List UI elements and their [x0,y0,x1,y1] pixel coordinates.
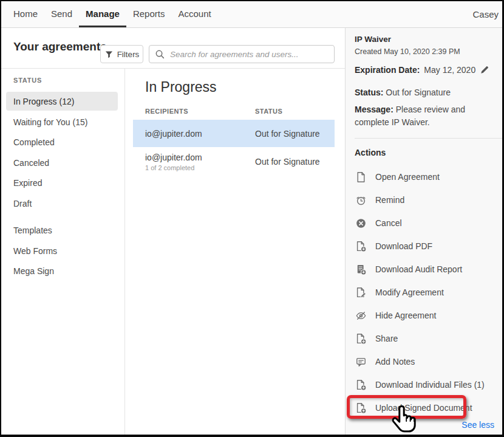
download-pdf-icon [355,241,367,252]
action-download-individual-files[interactable]: Download Individual Files (1) [346,373,502,396]
actions-heading: Actions [355,148,386,157]
table-row[interactable]: io@jupiter.dom 1 of 2 completed Out for … [133,147,335,176]
sidebar-section-label: STATUS [13,77,42,84]
search-input[interactable] [169,49,329,60]
top-nav: Home Send Manage Reports Account Casey [1,1,502,28]
action-label: Share [375,334,398,343]
agreement-detail-panel: IP Waiver Created May 10, 2020 2:39 PM E… [345,28,502,435]
action-hide-agreement[interactable]: Hide Agreement [346,304,502,327]
row-status: Out for Signature [255,129,320,139]
user-menu[interactable]: Casey [472,1,499,27]
search-icon [155,49,165,59]
action-label: Modify Agreement [375,287,444,297]
action-label: Download PDF [375,241,432,251]
filter-funnel-icon [104,50,114,59]
recipient-email: io@jupiter.dom [145,129,255,139]
actions-list: Open Agreement Remind Cancel [346,165,502,419]
column-header-status: STATUS [255,108,282,115]
hide-agreement-icon [355,310,367,322]
action-download-pdf[interactable]: Download PDF [346,235,502,258]
action-share[interactable]: Share [346,327,502,350]
sidebar-item-draft[interactable]: Draft [1,193,124,214]
sidebar-item-waiting-for-you[interactable]: Waiting for You (15) [1,112,124,132]
sidebar-divider-gap [1,214,124,221]
search-box [149,45,335,63]
status-sidebar: STATUS In Progress (12) Waiting for You … [1,69,125,435]
action-upload-signed-document[interactable]: Upload Signed Document [346,396,502,419]
filters-button[interactable]: Filters [100,45,143,63]
download-individual-files-icon [355,379,367,391]
nav-item-home[interactable]: Home [7,1,44,27]
agreement-created-timestamp: Created May 10, 2020 2:39 PM [355,47,460,56]
action-modify-agreement[interactable]: Modify Agreement [346,281,502,304]
action-remind[interactable]: Remind [346,188,502,212]
remind-icon [355,194,367,206]
agreement-title: IP Waiver [355,35,391,44]
sidebar-item-completed[interactable]: Completed [1,132,124,153]
nav-item-manage[interactable]: Manage [79,1,126,27]
share-icon [355,333,367,345]
recipient-email: io@jupiter.dom [145,153,255,162]
sidebar-item-in-progress[interactable]: In Progress (12) [6,92,118,111]
list-title: In Progress [145,79,217,95]
column-headers: RECIPIENTS STATUS [145,108,282,115]
agreement-rows: io@jupiter.dom Out for Signature io@jupi… [133,120,335,176]
page-title: Your agreements [13,40,107,53]
sidebar-item-templates[interactable]: Templates [1,221,124,241]
message-row: Message: Please review and complete IP W… [355,103,502,129]
agreement-list: In Progress RECIPIENTS STATUS io@jupiter… [125,69,345,435]
table-row[interactable]: io@jupiter.dom Out for Signature [133,120,335,147]
open-agreement-icon [355,171,367,183]
upload-signed-document-icon [355,402,367,414]
edit-expiration-icon[interactable] [480,64,490,75]
agreements-header: Your agreements Filters [1,28,345,69]
see-less-link[interactable]: See less [461,420,494,430]
sidebar-item-mega-sign[interactable]: Mega Sign [1,261,124,282]
download-audit-report-icon [355,264,367,275]
row-progress-note: 1 of 2 completed [145,164,255,171]
adobe-sign-manage-window: Home Send Manage Reports Account Casey Y… [0,0,504,437]
cancel-icon [355,218,367,229]
modify-agreement-icon [355,287,367,298]
expiration-label: Expiration Date: [355,65,420,75]
action-open-agreement[interactable]: Open Agreement [346,165,502,188]
sidebar-item-web-forms[interactable]: Web Forms [1,241,124,261]
expiration-value: May 12, 2020 [424,65,475,75]
add-notes-icon [355,356,367,368]
status-label: Status: [355,88,383,97]
action-download-audit-report[interactable]: Download Audit Report [346,258,502,281]
action-label: Add Notes [375,357,415,366]
action-add-notes[interactable]: Add Notes [346,350,502,373]
sidebar-item-expired[interactable]: Expired [1,173,124,194]
action-label: Cancel [375,218,402,228]
nav-item-account[interactable]: Account [171,1,217,27]
action-label: Remind [375,195,404,205]
status-row: Status: Out for Signature [355,88,451,97]
message-label: Message: [355,105,393,114]
filters-button-label: Filters [117,50,140,59]
action-label: Hide Agreement [375,311,436,320]
action-label: Upload Signed Document [375,403,472,413]
column-header-recipients: RECIPIENTS [145,108,255,115]
action-label: Open Agreement [375,172,440,182]
action-cancel[interactable]: Cancel [346,212,502,235]
sidebar-item-canceled[interactable]: Canceled [1,153,124,173]
action-label: Download Individual Files (1) [375,380,485,390]
row-status: Out for Signature [255,157,320,167]
nav-item-reports[interactable]: Reports [126,1,172,27]
sidebar-list: In Progress (12) Waiting for You (15) Co… [1,92,124,281]
status-value: Out for Signature [386,88,451,97]
action-label: Download Audit Report [375,264,462,274]
expiration-row: Expiration Date: May 12, 2020 [355,64,490,75]
nav-item-send[interactable]: Send [44,1,79,27]
panel-divider [355,138,502,139]
